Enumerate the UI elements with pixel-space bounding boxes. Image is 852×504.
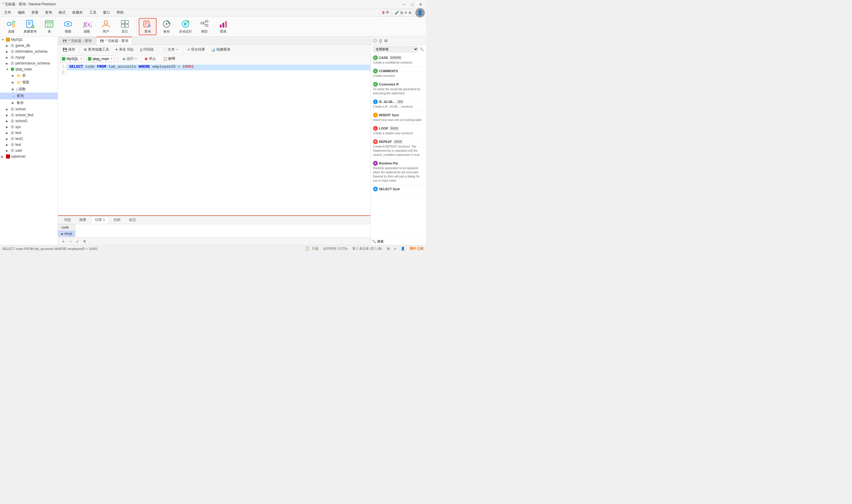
- sidebar-qtqq-tables[interactable]: ▶ 📁 表: [0, 72, 58, 79]
- menu-tools[interactable]: 工具: [86, 9, 99, 16]
- sqlserver-arrow: ▶: [1, 155, 5, 158]
- explain-button[interactable]: 📋 解释: [161, 56, 178, 62]
- customize-snippet-icon: C: [373, 82, 378, 87]
- toolbar-view[interactable]: 视图: [59, 18, 77, 35]
- search-snippet-icon[interactable]: 🔍: [372, 239, 376, 244]
- sidebar-db-user[interactable]: ▶ user: [0, 148, 58, 154]
- menu-format[interactable]: 格式: [56, 9, 69, 16]
- beautify-button[interactable]: ✦ 美化 SQL: [113, 46, 137, 53]
- export-button[interactable]: ↗ 导出结果: [185, 46, 207, 53]
- sidebar-db-test1[interactable]: ▶ test1: [0, 136, 58, 142]
- snippet-insert-synt[interactable]: I INSERT Synt Insert new rows into an ex…: [371, 111, 426, 124]
- rp-grid-icon[interactable]: ⊞: [384, 38, 387, 43]
- menu-view[interactable]: 查看: [29, 9, 41, 16]
- toolbar-new-query[interactable]: 新建查询: [21, 18, 39, 35]
- sidebar-qtqq-queries[interactable]: — 查询: [0, 93, 58, 100]
- menu-favorites[interactable]: 收藏夹: [69, 9, 86, 16]
- tab-2[interactable]: 💾 * 无标题 - 查询: [96, 37, 132, 45]
- customize-title-text: Customize R: [379, 83, 399, 86]
- query-builder-button[interactable]: ⚙ 查询创建工具: [81, 46, 111, 53]
- rp-info-icon[interactable]: ⓘ: [373, 38, 377, 43]
- sidebar-db-qtqq_main[interactable]: ▼ qtqq_main: [0, 66, 58, 72]
- snippet-customize-r[interactable]: C Customize R To name the result tab gen…: [371, 80, 426, 97]
- sidebar-db-school1[interactable]: ▶ school1: [0, 118, 58, 124]
- minimize-button[interactable]: ─: [401, 2, 407, 7]
- toolbar-query[interactable]: 查询: [139, 18, 157, 35]
- run-button[interactable]: ▶ 运行 ▼: [121, 56, 140, 62]
- menu-file[interactable]: 文件: [1, 9, 14, 16]
- filter-search-icon[interactable]: 🔍: [419, 47, 424, 51]
- toolbar-other[interactable]: 其它: [116, 18, 134, 35]
- sidebar-qtqq-funcs[interactable]: ▶ ∫ 函数: [0, 86, 58, 93]
- sidebar-db-performance_schema[interactable]: ▶ performance_schema: [0, 60, 58, 66]
- status-grid-icon[interactable]: ⊞: [387, 247, 389, 251]
- remove-row-button[interactable]: −: [68, 238, 73, 244]
- code-snippet-button[interactable]: () 代码段: [138, 46, 156, 53]
- menu-edit[interactable]: 编辑: [15, 9, 28, 16]
- query-label: 查询: [144, 29, 151, 34]
- result-tab-profiling[interactable]: 剖析: [110, 216, 124, 223]
- repeat-snippet-icon: R: [373, 139, 378, 144]
- maximize-button[interactable]: □: [410, 2, 415, 7]
- backup-label2: 备份: [17, 100, 24, 105]
- svg-rect-24: [121, 24, 125, 28]
- sidebar-db-text[interactable]: ▶ text: [0, 142, 58, 148]
- test1-arrow: ▶: [6, 137, 10, 141]
- toolbar-auto-run[interactable]: 自动运行: [177, 18, 194, 35]
- toolbar-chart[interactable]: 图表: [215, 18, 232, 35]
- sidebar-qtqq-backup[interactable]: ▶ 备份: [0, 100, 58, 106]
- tab-1[interactable]: 💾 * 无标题 - 查询: [59, 37, 95, 45]
- status-other-icon[interactable]: 👤: [401, 247, 405, 251]
- close-button[interactable]: ✕: [418, 2, 424, 7]
- create-chart-button[interactable]: 📊 创建图表: [209, 46, 233, 53]
- db-type-select[interactable]: MySQL ▼: [60, 56, 84, 62]
- tag-filter-select[interactable]: 全部标签: [373, 46, 418, 52]
- toolbar-table[interactable]: 表: [40, 18, 58, 35]
- sidebar-db-test[interactable]: ▶ test: [0, 130, 58, 136]
- confirm-button[interactable]: ✓: [75, 238, 80, 244]
- menu-window[interactable]: 窗口: [100, 9, 113, 16]
- snippet-loop[interactable]: L LOOP 流程控 Create a simple loop construc…: [371, 124, 426, 138]
- sidebar-db-information_schema[interactable]: ▶ information_schema: [0, 49, 58, 54]
- snippet-select-synt[interactable]: S SELECT Synt: [371, 185, 426, 194]
- snippet-if-else[interactable]: I IF...ELSE... 流控 Create a IF...ELSE... …: [371, 97, 426, 111]
- sql-editor[interactable]: 1 SELECT code FROM tab_accounts WHERE em…: [58, 63, 370, 215]
- toolbar-connect[interactable]: 连接: [2, 18, 20, 35]
- toolbar-backup[interactable]: 备份: [158, 18, 176, 35]
- snippet-case[interactable]: C CASE 流程控制 Create a conditional constru…: [371, 54, 426, 67]
- sidebar-db-school_find[interactable]: ▶ school_find: [0, 112, 58, 118]
- toolbar-func[interactable]: f(x) 函数: [78, 18, 96, 35]
- table-row[interactable]: ▶ renyi: [58, 231, 75, 237]
- main-content: ▼ MySQL ▶ game_db ▶ information_schema ▶…: [0, 37, 426, 245]
- sidebar-mysql-root[interactable]: ▼ MySQL: [0, 37, 58, 42]
- snippet-comments[interactable]: C COMMENTS Create comment: [371, 67, 426, 80]
- menu-query[interactable]: 查询: [42, 9, 55, 16]
- snippet-runtime-par[interactable]: R Runtime Par Runtime parameter to be re…: [371, 159, 426, 185]
- db-name-select[interactable]: qtqq_main ▼: [86, 56, 114, 62]
- result-tab-status[interactable]: 状态: [125, 216, 140, 223]
- result-tab-result1[interactable]: 结果 1: [91, 216, 109, 223]
- user-avatar[interactable]: 👤: [415, 8, 425, 17]
- statusbar: SELECT code FROM tab_accounts WHERE empl…: [0, 245, 426, 252]
- result-tab-summary[interactable]: 摘要: [76, 216, 90, 223]
- cancel-row-button[interactable]: ✕: [81, 238, 88, 244]
- toolbar-model[interactable]: 模型: [196, 18, 213, 35]
- stop-button[interactable]: ⏹ 停止: [142, 56, 158, 62]
- rp-code-icon[interactable]: {}: [379, 38, 382, 43]
- save-button[interactable]: 💾 保存: [60, 46, 77, 53]
- sidebar-db-game_db[interactable]: ▶ game_db: [0, 42, 58, 49]
- toolbar-user[interactable]: 用户: [97, 18, 115, 35]
- add-row-button[interactable]: +: [60, 238, 66, 244]
- snippet-repeat[interactable]: R REPEAT 流程控 Create A REPEAT construct. …: [371, 138, 426, 159]
- sidebar-db-school[interactable]: ▶ school: [0, 106, 58, 112]
- text-button[interactable]: 📄 文本 ▼: [160, 46, 181, 53]
- result-tab-messages[interactable]: 消息: [60, 216, 75, 223]
- status-view-icon[interactable]: ≡: [394, 247, 396, 251]
- status-copy-icon[interactable]: 📋: [305, 247, 309, 251]
- sidebar-sqlserver[interactable]: ▶ sqlserver: [0, 154, 58, 159]
- sidebar-db-sys[interactable]: ▶ sys: [0, 124, 58, 130]
- info-schema-arrow: ▶: [6, 50, 10, 53]
- sidebar-qtqq-views[interactable]: ▶ 📁 视图: [0, 79, 58, 86]
- menu-help[interactable]: 帮助: [114, 9, 127, 16]
- sidebar-db-mysql[interactable]: ▶ mysql: [0, 54, 58, 60]
